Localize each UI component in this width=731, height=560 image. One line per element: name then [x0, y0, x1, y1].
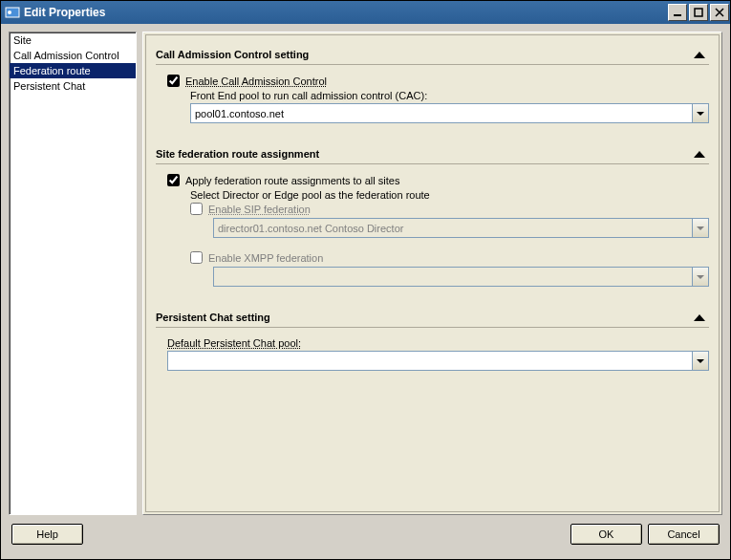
section-heading-pchat[interactable]: Persistent Chat setting — [156, 312, 709, 327]
chevron-down-icon — [697, 359, 704, 363]
xmpp-pool-dropdown-button — [693, 267, 709, 287]
chevron-down-icon — [697, 275, 704, 279]
default-pchat-pool-dropdown-button[interactable] — [693, 351, 709, 371]
divider — [156, 64, 709, 65]
xmpp-pool-select — [213, 267, 693, 287]
divider — [156, 163, 709, 164]
sidebar-item-site[interactable]: Site — [10, 32, 136, 48]
enable-cac-checkbox[interactable] — [167, 75, 180, 87]
collapse-icon — [694, 314, 705, 321]
dialog-footer: Help OK Cancel — [0, 524, 731, 560]
svg-rect-3 — [695, 9, 702, 16]
frontend-pool-value: pool01.contoso.net — [195, 108, 284, 119]
section-heading-label: Persistent Chat setting — [156, 312, 694, 323]
window-title: Edit Properties — [24, 6, 105, 19]
section-heading-cac[interactable]: Call Admission Control setting — [156, 49, 709, 64]
button-label: Help — [36, 528, 58, 540]
enable-xmpp-checkbox[interactable] — [190, 251, 203, 264]
minimize-button[interactable] — [668, 4, 687, 21]
chevron-down-icon — [697, 112, 704, 116]
enable-cac-label: Enable Call Admission Control — [185, 75, 327, 87]
divider — [156, 327, 709, 328]
titlebar: Edit Properties — [1, 1, 730, 24]
window-controls — [667, 2, 730, 23]
select-pool-label: Select Director or Edge pool as the fede… — [190, 189, 709, 201]
help-button[interactable]: Help — [11, 524, 83, 545]
content-panel: Call Admission Control setting Enable Ca… — [142, 32, 722, 515]
section-heading-label: Call Admission Control setting — [156, 49, 694, 60]
cancel-button[interactable]: Cancel — [648, 524, 720, 545]
chevron-down-icon — [697, 226, 704, 230]
enable-xmpp-label: Enable XMPP federation — [208, 252, 323, 264]
apply-all-sites-checkbox[interactable] — [167, 174, 180, 186]
app-icon — [5, 5, 20, 20]
frontend-pool-dropdown-button[interactable] — [693, 103, 709, 123]
nav-sidebar: Site Call Admission Control Federation r… — [9, 32, 137, 515]
button-label: OK — [599, 528, 614, 540]
svg-point-1 — [8, 11, 11, 14]
enable-sip-checkbox[interactable] — [190, 203, 203, 215]
section-heading-federation[interactable]: Site federation route assignment — [156, 148, 709, 163]
sidebar-item-label: Federation route — [13, 65, 91, 76]
sidebar-item-label: Site — [13, 34, 32, 46]
sidebar-item-label: Call Admission Control — [13, 50, 119, 61]
maximize-button[interactable] — [689, 4, 708, 21]
sidebar-item-federation-route[interactable]: Federation route — [10, 63, 136, 78]
sidebar-item-label: Persistent Chat — [13, 80, 85, 92]
apply-all-sites-label: Apply federation route assignments to al… — [185, 175, 399, 186]
close-button[interactable] — [710, 4, 729, 21]
default-pchat-pool-select[interactable] — [167, 351, 693, 371]
svg-rect-2 — [674, 14, 681, 16]
sip-pool-select: director01.contoso.net Contoso Director — [213, 218, 693, 238]
sidebar-item-persistent-chat[interactable]: Persistent Chat — [10, 78, 136, 94]
ok-button[interactable]: OK — [570, 524, 642, 545]
default-pchat-pool-label: Default Persistent Chat pool: — [167, 337, 709, 349]
collapse-icon — [694, 52, 705, 58]
button-label: Cancel — [667, 528, 699, 540]
frontend-pool-label: Front End pool to run call admission con… — [190, 90, 709, 101]
collapse-icon — [694, 151, 705, 158]
enable-sip-label: Enable SIP federation — [208, 204, 709, 215]
section-heading-label: Site federation route assignment — [156, 148, 694, 160]
sip-pool-value: director01.contoso.net Contoso Director — [218, 223, 403, 234]
frontend-pool-select[interactable]: pool01.contoso.net — [190, 103, 693, 123]
sip-pool-dropdown-button — [693, 218, 709, 238]
sidebar-item-cac[interactable]: Call Admission Control — [10, 48, 136, 63]
